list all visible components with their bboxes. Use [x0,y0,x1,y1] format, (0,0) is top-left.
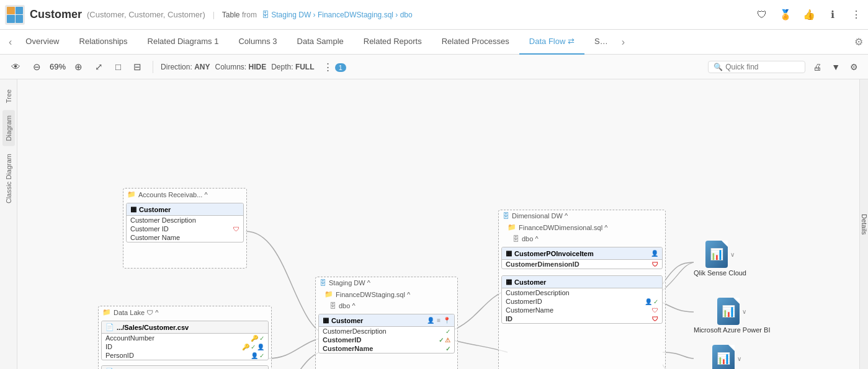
tabs-next-button[interactable]: › [618,37,629,48]
thumbsup-icon[interactable]: 👍 [802,8,816,22]
dim-cust-row-3-icons: 🛡 [652,307,658,314]
dimensional-sub-label: FinanceDWDimensional.sql ^ [519,224,607,231]
dim-cust-row-2-icons: 👤✓ [645,298,658,305]
ar-row-3-label: Customer Name [130,234,180,241]
customer-po-row-1: CustomerDimensionID 🛡 [502,260,662,269]
header-type: Table from [222,11,257,19]
staging-sub-label: FinanceDWStaging.sql ^ [336,291,410,298]
header-separator: | [213,11,215,19]
db-icon-staging: 🗄 [320,279,326,287]
left-tab-diagram[interactable]: Diagram [2,110,15,146]
folder-icon-staging: 📁 [324,290,333,298]
header-breadcrumb[interactable]: 🗄 Staging DW › FinanceDWStaging.sql › db… [262,11,413,19]
data-lake-header: 📁 Data Lake 🛡 ^ [99,306,271,318]
customer-po-box: ▦ CustomerPOInvoiceItem 👤 CustomerDimens… [501,247,663,269]
staging-row-1-icons: ✓ [445,328,450,335]
sales-row-1-icons: 🔑✓ [251,335,264,342]
staging-row-1-label: CustomerDescription [323,327,387,335]
dimensional-dbo-header: 🗄 dbo ^ [499,233,665,244]
powerbi-label: Microsoft Azure Power BI [694,326,771,334]
report-sap[interactable]: 📊 ∨ SAP BusinessObjects [694,345,760,369]
tab-relationships[interactable]: Relationships [69,30,138,55]
info-icon[interactable]: ℹ [826,8,839,22]
ar-row-2-icons: 🛡 [233,226,239,233]
tab-data-sample[interactable]: Data Sample [287,30,354,55]
sap-expand-icon: ∨ [737,355,741,362]
data-lake-group: 📁 Data Lake 🛡 ^ 📄 .../Sales/Customer.csv… [98,306,272,369]
sales-csv-title: .../Sales/Customer.csv [117,324,189,331]
dimensional-dw-group: 🗄 Dimensional DW ^ 📁 FinanceDWDimensiona… [498,210,666,369]
direction-value: ANY [194,63,210,71]
tab-more[interactable]: S… [584,30,618,55]
shield-icon[interactable]: 🛡 [755,8,769,22]
search-box: 🔍 [708,61,805,73]
columns-value: HIDE [249,63,267,71]
collapse-button[interactable]: ⊟ [130,59,145,75]
customer-po-row-1-icons: 🛡 [652,261,658,268]
left-tab-tree[interactable]: Tree [2,84,15,108]
zoom-out-button[interactable]: ⊖ [29,59,45,75]
tab-related-reports[interactable]: Related Reports [354,30,432,55]
ar-row-2: Customer ID 🛡 [127,225,243,233]
expand-button[interactable]: □ [112,59,125,74]
depth-value: FULL [295,63,315,71]
staging-row-3: CustomerName ✓ [319,344,454,353]
options-button[interactable]: ⋮ 1 [320,59,350,75]
staging-customer-title: Customer [331,317,363,324]
table-icon-staging: ▦ [323,316,329,324]
details-panel[interactable]: Details [859,79,868,369]
staging-dw-header: 🗄 Staging DW ^ [316,277,457,288]
print-button[interactable]: 🖨 [810,60,824,74]
tab-related-processes[interactable]: Related Processes [432,30,519,55]
page-title: Customer [30,8,82,21]
person-csv-box: 📄 .../Person/Person.csv ID 👤✓ LastName 👤… [101,365,269,369]
accounts-receivable-label: Accounts Receivab... ^ [138,191,208,198]
search-input[interactable] [725,63,800,71]
staging-customer-box: ▦ Customer 👤 ≡ 📍 CustomerDescription ✓ C… [318,314,455,353]
dimensional-dbo-label: dbo ^ [522,235,539,242]
dimensional-dw-header: 🗄 Dimensional DW ^ [499,210,665,221]
data-lake-label: Data Lake 🛡 ^ [114,309,158,316]
dimensional-dw-label: Dimensional DW ^ [512,212,568,220]
diagram-canvas[interactable]: 📁 Accounts Receivab... ^ ▦ Customer Cust… [17,79,859,369]
award-icon[interactable]: 🏅 [779,8,792,22]
tabs-prev-button[interactable]: ‹ [5,37,16,48]
dim-cust-row-4-label: ID [506,315,512,322]
dim-cust-row-3-label: CustomerName [506,306,553,314]
settings-button[interactable]: ⚙ [848,60,861,74]
dim-cust-row-3: CustomerName 🛡 [502,306,662,314]
customer-po-dim-label: CustomerDimensionID [506,260,579,268]
left-tab-classic[interactable]: Classic Diagram [2,149,15,208]
person-csv-header: 📄 .../Person/Person.csv [102,366,268,369]
ar-row-1-label: Customer Description [130,216,196,224]
more-icon[interactable]: ⋮ [849,8,863,22]
sales-row-3-label: PersonID [105,352,134,359]
ar-customer-title: Customer [139,206,171,213]
eye-button[interactable]: 👁 [7,59,24,74]
tab-settings-icon[interactable]: ⚙ [849,36,868,48]
sales-row-1: AccountNumber 🔑✓ [102,334,268,342]
tab-data-flow[interactable]: Data Flow ⇄ [519,30,584,55]
db-icon-dbo: 🗄 [329,302,336,309]
fit-button[interactable]: ⤢ [91,59,107,75]
sales-row-1-label: AccountNumber [105,334,154,342]
tab-columns[interactable]: Columns 3 [228,30,287,55]
report-qlik[interactable]: 📊 ∨ Qlik Sense Cloud [694,241,746,277]
csv-icon-sales: 📄 [105,323,114,331]
sales-row-3: PersonID 👤✓ [102,351,268,360]
staging-row-3-label: CustomerName [323,345,373,352]
tab-overview[interactable]: Overview [16,30,69,55]
filter-button[interactable]: ▼ [829,60,843,74]
staging-row-1: CustomerDescription ✓ [319,327,454,336]
sales-row-2: ID 🔑✓👤 [102,342,268,351]
tab-related-diagrams[interactable]: Related Diagrams 1 [138,30,229,55]
qlik-expand-icon: ∨ [730,251,735,258]
dim-cust-row-1-label: CustomerDescription [506,289,570,296]
ar-customer-box: ▦ Customer Customer Description Customer… [126,203,244,242]
depth-label: Depth: FULL [271,63,314,71]
powerbi-expand-icon: ∨ [742,308,746,315]
report-powerbi[interactable]: 📊 ∨ Microsoft Azure Power BI [694,298,771,334]
search-icon: 🔍 [714,63,723,71]
ar-customer-header: ▦ Customer [127,203,243,216]
zoom-in-button[interactable]: ⊕ [71,59,86,75]
